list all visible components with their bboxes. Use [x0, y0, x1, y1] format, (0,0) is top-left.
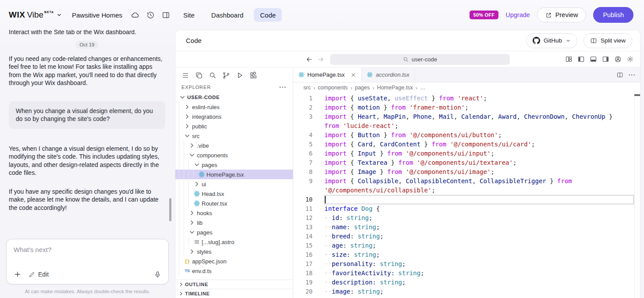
code-line[interactable]: 5import { Card, CardContent } from '@/co… [293, 140, 640, 149]
source-control-icon[interactable] [222, 71, 230, 79]
activity-bar [175, 67, 293, 82]
tree-item-src[interactable]: src [175, 131, 293, 141]
edit-mode-button[interactable]: Edit [28, 271, 49, 278]
code-line[interactable]: 10 [293, 195, 640, 204]
tree-item-lib[interactable]: lib [175, 218, 293, 227]
code-line[interactable]: 2import { motion } from 'framer-motion'; [293, 103, 640, 112]
tree-item-appspec-json[interactable]: {}appSpec.json [175, 256, 293, 266]
editor-tab-label: HomePage.tsx [307, 71, 345, 78]
editor-tab-homepage-tsx[interactable]: HomePage.tsx [293, 67, 362, 82]
tree-item-vibe[interactable]: .vibe [175, 141, 293, 150]
preview-label: Preview [555, 11, 578, 18]
breadcrumb-segment[interactable]: HomePage.tsx [377, 85, 413, 91]
chevron-down-icon [566, 38, 571, 43]
code-line[interactable]: 18··favoriteActivity: string; [293, 269, 640, 278]
run-debug-icon[interactable] [236, 71, 244, 79]
settings-gear-icon[interactable] [626, 56, 634, 63]
code-line[interactable]: 3import { Heart, MapPin, Phone, Mail, Ca… [293, 112, 640, 131]
code-line[interactable]: 11interface Dog { [293, 204, 640, 213]
breadcrumb-segment[interactable]: pages [355, 85, 370, 91]
workspace-search-value: user-code [412, 56, 437, 63]
editor-tab-accordion-tsx[interactable]: accordion.tsx [362, 67, 415, 82]
chevron-down-icon[interactable] [56, 12, 62, 18]
editor-scrollbar[interactable] [634, 93, 640, 298]
tree-item-eslint-rules[interactable]: eslint-rules [175, 102, 293, 112]
code-area[interactable]: 1import { useState, useEffect } from 're… [293, 93, 640, 298]
tree-item-router-tsx[interactable]: Router.tsx [175, 199, 293, 208]
layout-blocks-icon[interactable] [565, 56, 573, 63]
history-icon[interactable] [146, 11, 155, 19]
panel-bottom-icon[interactable] [590, 56, 597, 63]
extensions-icon[interactable] [249, 71, 257, 79]
files-icon[interactable] [195, 71, 203, 79]
panel-right-icon[interactable] [602, 56, 609, 63]
microphone-icon[interactable] [154, 271, 161, 278]
code-line[interactable]: 7import { Textarea } from '@/components/… [293, 158, 640, 167]
outline-section[interactable]: OUTLINE [175, 280, 293, 289]
more-actions-icon[interactable]: ··· [629, 71, 636, 78]
chat-input[interactable] [14, 246, 161, 253]
tree-item-env-d-ts[interactable]: TSenv.d.ts [175, 266, 293, 276]
publish-button[interactable]: Publish [593, 7, 633, 23]
code-line[interactable]: 6import { Input } from '@/components/ui/… [293, 149, 640, 158]
scrollbar-thumb[interactable] [634, 94, 640, 96]
breadcrumb-segment[interactable]: components [318, 85, 348, 91]
code-line[interactable]: 14··breed: string; [293, 232, 640, 241]
tree-item-ui[interactable]: ui [175, 179, 293, 189]
search-icon[interactable] [209, 71, 217, 79]
line-code: ··favoriteActivity: string; [324, 269, 628, 278]
line-content: import { Textarea } from '@/components/u… [324, 158, 634, 167]
tree-item-user-code[interactable]: USER-CODE [175, 92, 293, 102]
code-line[interactable]: 21··isAvailable: boolean; [293, 296, 640, 298]
code-line[interactable]: 9import { Collapsible, CollapsibleConten… [293, 177, 640, 195]
tree-item-slug-astro[interactable]: [...slug].astro [175, 237, 293, 247]
tab-code[interactable]: Code [254, 8, 282, 22]
tree-item-public[interactable]: public [175, 121, 293, 131]
tree-item-pages[interactable]: pages [175, 160, 293, 170]
code-line[interactable]: 16··size: string; [293, 250, 640, 259]
chat-scroll-area[interactable]: Interact with the Site tab or the Wix da… [0, 30, 175, 236]
code-line[interactable]: 13··name: string; [293, 223, 640, 232]
timeline-section[interactable]: TIMELINE [175, 289, 293, 298]
code-line[interactable]: 17··personality: string; [293, 259, 640, 269]
tree-item-integrations[interactable]: integrations [175, 112, 293, 121]
panel-left-icon[interactable] [577, 56, 585, 63]
tree-item-styles[interactable]: styles [175, 247, 293, 256]
tree-item-homepage-tsx[interactable]: HomePage.tsx [175, 170, 293, 179]
close-icon[interactable] [350, 72, 356, 78]
menu-icon[interactable] [181, 71, 189, 79]
code-line[interactable]: 19··description: string; [293, 278, 640, 287]
tree-item-components[interactable]: components [175, 150, 293, 160]
breadcrumb-segment[interactable]: src [303, 85, 311, 91]
code-line[interactable]: 20··image: string; [293, 287, 640, 296]
code-line[interactable]: 15··age: string; [293, 241, 640, 250]
breadcrumb-segment[interactable]: … [420, 85, 426, 91]
chevron-right-icon [184, 123, 191, 130]
code-line[interactable]: 12··id: string; [293, 213, 640, 223]
tree-item-pages[interactable]: pages [175, 227, 293, 237]
code-line[interactable]: 4import { Button } from '@/components/ui… [293, 131, 640, 140]
tab-site[interactable]: Site [177, 8, 201, 22]
wix-vibe-logo[interactable]: WIX Vibe BETA [9, 10, 62, 20]
panel-toggle-icon[interactable] [162, 11, 170, 19]
workspace-search[interactable]: user-code [330, 54, 510, 65]
tab-dashboard[interactable]: Dashboard [205, 8, 249, 22]
back-arrow-icon[interactable] [306, 56, 313, 63]
account-icon[interactable] [614, 56, 622, 63]
preview-button[interactable]: Preview [537, 7, 587, 22]
line-code: import { useState, useEffect } from 'rea… [324, 94, 628, 103]
more-actions-icon[interactable]: ··· [279, 85, 287, 89]
tree-item-hooks[interactable]: hooks [175, 208, 293, 218]
github-button[interactable]: GitHub [526, 33, 577, 48]
cloud-icon[interactable] [131, 11, 139, 19]
code-line[interactable]: 1import { useState, useEffect } from 're… [293, 94, 640, 103]
upgrade-link[interactable]: Upgrade [505, 11, 530, 18]
split-editor-icon[interactable] [616, 71, 623, 78]
chat-scrollbar[interactable] [169, 198, 171, 221]
tree-item-head-tsx[interactable]: Head.tsx [175, 189, 293, 199]
split-view-button[interactable]: Split view [584, 33, 632, 48]
plus-icon[interactable] [14, 270, 21, 278]
forward-arrow-icon[interactable] [317, 56, 324, 63]
line-number: 12 [293, 213, 313, 223]
code-line[interactable]: 8import { Image } from '@/components/ui/… [293, 167, 640, 177]
